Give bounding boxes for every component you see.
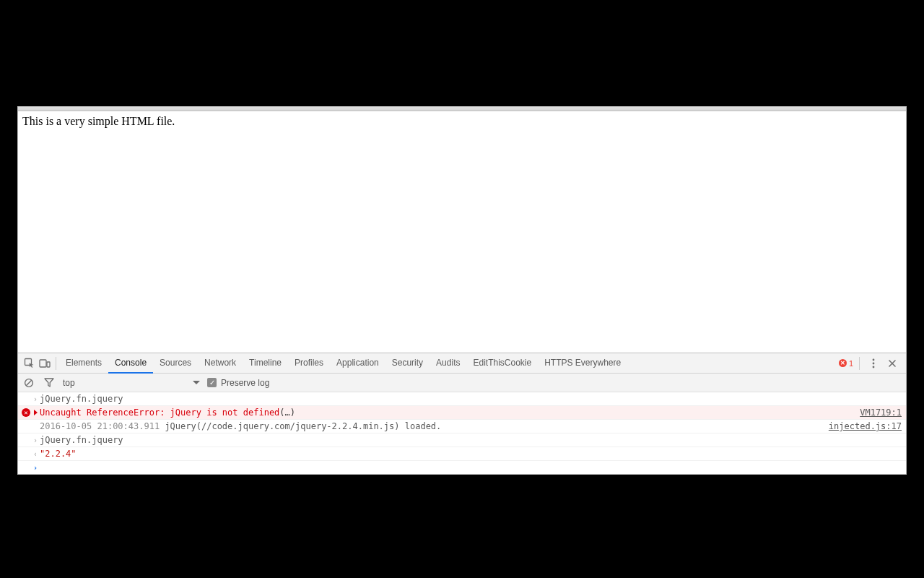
tab-timeline[interactable]: Timeline	[243, 353, 288, 374]
tab-sources[interactable]: Sources	[153, 353, 198, 374]
console-output-row[interactable]: ‹ "2.2.4"	[18, 447, 906, 461]
error-icon: ✕	[22, 408, 30, 417]
svg-point-5	[873, 366, 875, 368]
tab-profiles[interactable]: Profiles	[288, 353, 330, 374]
tab-security[interactable]: Security	[385, 353, 430, 374]
error-count-badge[interactable]: ✕ 1	[839, 359, 853, 368]
error-icon: ✕	[839, 359, 847, 367]
error-count: 1	[849, 359, 853, 368]
execution-context-selector[interactable]: top	[63, 378, 200, 388]
tab-httpseverywhere[interactable]: HTTPS Everywhere	[538, 353, 627, 374]
chevron-down-icon	[193, 381, 200, 384]
preserve-log-label: Preserve log	[221, 378, 269, 388]
console-text: jQuery.fn.jquery	[40, 394, 902, 404]
divider	[859, 357, 860, 370]
input-prompt-icon: ›	[31, 395, 40, 403]
console-text: "2.2.4"	[40, 449, 902, 459]
devtools-panel: Elements Console Sources Network Timelin…	[18, 353, 906, 474]
page-body-text: This is a very simple HTML file.	[22, 115, 175, 127]
input-prompt-icon: ›	[31, 436, 40, 444]
filter-icon[interactable]	[43, 373, 56, 393]
close-devtools-icon[interactable]	[884, 353, 900, 374]
tab-network[interactable]: Network	[198, 353, 243, 374]
expand-icon[interactable]	[31, 410, 40, 415]
devtools-right-controls: ✕ 1	[839, 353, 903, 374]
kebab-menu-icon[interactable]	[866, 353, 881, 374]
console-output[interactable]: › jQuery.fn.jquery ✕ Uncaught ReferenceE…	[18, 392, 906, 474]
console-input-row[interactable]: › jQuery.fn.jquery	[18, 434, 906, 447]
svg-point-4	[873, 362, 875, 364]
tab-editthiscookie[interactable]: EditThisCookie	[466, 353, 538, 374]
divider	[56, 357, 56, 370]
page-content: This is a very simple HTML file.	[18, 111, 906, 353]
device-toolbar-icon[interactable]	[37, 353, 53, 374]
inspect-element-icon[interactable]	[21, 353, 37, 374]
console-input-row[interactable]: › jQuery.fn.jquery	[18, 392, 906, 406]
svg-rect-2	[47, 362, 50, 367]
output-prompt-icon: ‹	[31, 450, 40, 458]
tab-application[interactable]: Application	[330, 353, 385, 374]
console-log-row[interactable]: 2016-10-05 21:00:43.911 jQuery(//code.jq…	[18, 420, 906, 434]
svg-rect-1	[40, 360, 46, 367]
input-prompt-icon: ›	[31, 464, 40, 472]
svg-line-7	[26, 380, 31, 385]
tab-audits[interactable]: Audits	[430, 353, 466, 374]
preserve-log-toggle[interactable]: ✓ Preserve log	[207, 378, 269, 388]
checkbox-checked-icon: ✓	[207, 378, 217, 387]
devtools-tabbar: Elements Console Sources Network Timelin…	[18, 353, 906, 374]
svg-point-3	[873, 358, 875, 361]
console-text: 2016-10-05 21:00:43.911 jQuery(//code.jq…	[40, 421, 821, 431]
console-text: jQuery.fn.jquery	[40, 435, 902, 445]
source-link[interactable]: VM1719:1	[853, 407, 902, 418]
console-input-prompt[interactable]: ›	[18, 461, 906, 474]
tab-elements[interactable]: Elements	[59, 353, 108, 374]
context-label: top	[63, 378, 75, 388]
gutter: ✕	[21, 408, 31, 417]
console-toolbar: top ✓ Preserve log	[18, 374, 906, 392]
browser-window: This is a very simple HTML file. Element…	[17, 106, 907, 475]
clear-console-icon[interactable]	[22, 373, 35, 393]
tab-console[interactable]: Console	[108, 353, 153, 374]
source-link[interactable]: injected.js:17	[821, 421, 902, 431]
console-error-row[interactable]: ✕ Uncaught ReferenceError: jQuery is not…	[18, 406, 906, 420]
console-text: Uncaught ReferenceError: jQuery is not d…	[40, 407, 853, 418]
